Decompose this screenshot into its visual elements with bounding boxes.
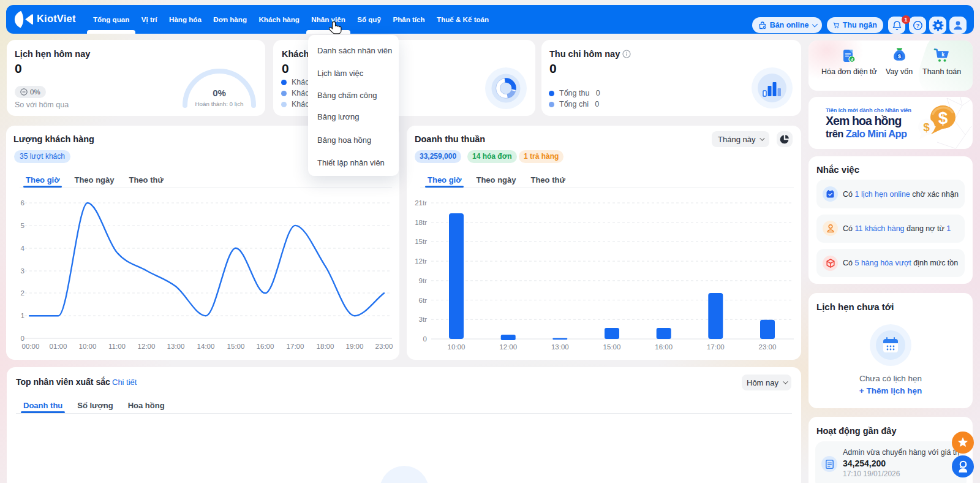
svg-text:01:00: 01:00 [50,343,67,350]
svg-text:18tr: 18tr [415,219,427,226]
svg-text:17:00: 17:00 [287,343,304,350]
svg-text:23:00: 23:00 [375,343,393,350]
svg-text:4: 4 [21,245,25,252]
svg-text:12:00: 12:00 [138,343,156,350]
svg-text:k: k [941,51,944,58]
svg-text:00:00: 00:00 [22,343,40,350]
svg-text:$: $ [923,121,930,134]
svg-text:0: 0 [423,335,427,343]
svg-text:12:00: 12:00 [499,343,517,351]
svg-text:12tr: 12tr [415,257,427,265]
svg-text:18:00: 18:00 [317,343,334,350]
svg-text:14:00: 14:00 [197,343,215,350]
svg-text:13:00: 13:00 [551,343,569,351]
svg-text:9tr: 9tr [419,277,428,284]
svg-text:đ: đ [851,58,854,62]
svg-text:15tr: 15tr [415,238,427,245]
svg-text:Hoàn thành: 0 lịch: Hoàn thành: 0 lịch [195,101,244,107]
svg-text:3tr: 3tr [419,316,428,323]
svg-text:15:00: 15:00 [227,343,245,350]
svg-text:17:00: 17:00 [707,343,725,351]
svg-text:19:00: 19:00 [346,343,364,350]
svg-text:?: ? [916,22,919,29]
svg-text:16:00: 16:00 [655,343,673,351]
svg-text:10:00: 10:00 [448,343,466,351]
svg-text:0%: 0% [213,88,226,98]
svg-text:11:00: 11:00 [108,343,126,350]
svg-text:3: 3 [21,267,24,275]
svg-text:$: $ [898,53,902,59]
svg-text:10:00: 10:00 [79,343,97,350]
svg-text:5: 5 [21,222,24,229]
svg-text:6tr: 6tr [419,297,428,304]
svg-text:21tr: 21tr [415,199,427,207]
svg-text:0: 0 [21,335,24,342]
svg-text:15:00: 15:00 [603,343,621,351]
svg-text:13:00: 13:00 [167,343,185,350]
svg-text:6: 6 [21,199,24,207]
svg-text:2: 2 [21,289,24,297]
svg-text:23:00: 23:00 [759,343,777,351]
svg-text:$: $ [938,108,948,127]
svg-text:16:00: 16:00 [257,343,274,350]
svg-text:1: 1 [21,312,24,319]
